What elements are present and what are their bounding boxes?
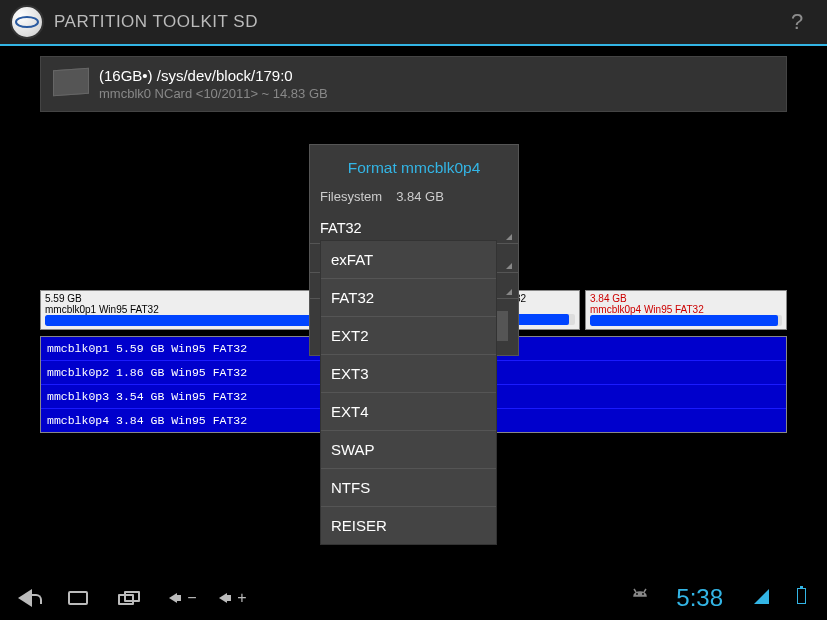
option-ext4[interactable]: EXT4 bbox=[321, 393, 496, 431]
sdcard-icon bbox=[53, 68, 89, 97]
option-ext3[interactable]: EXT3 bbox=[321, 355, 496, 393]
app-logo-icon bbox=[10, 5, 44, 39]
device-info: mmcblk0 NCard <10/2011> ~ 14.83 GB bbox=[99, 86, 328, 101]
dialog-title: Format mmcblk0p4 bbox=[310, 145, 518, 189]
clock[interactable]: 5:38 bbox=[676, 584, 723, 612]
android-icon bbox=[630, 588, 650, 609]
option-ntfs[interactable]: NTFS bbox=[321, 469, 496, 507]
option-reiser[interactable]: REISER bbox=[321, 507, 496, 544]
option-swap[interactable]: SWAP bbox=[321, 431, 496, 469]
back-button[interactable] bbox=[18, 589, 46, 607]
volume-up-button[interactable]: + bbox=[218, 589, 246, 607]
option-exfat[interactable]: exFAT bbox=[321, 241, 496, 279]
option-fat32[interactable]: FAT32 bbox=[321, 279, 496, 317]
home-button[interactable] bbox=[68, 591, 96, 605]
dialog-subrow: Filesystem 3.84 GB bbox=[310, 189, 518, 214]
device-texts: (16GB•) /sys/dev/block/179:0 mmcblk0 NCa… bbox=[99, 67, 328, 101]
partition-size: 3.84 GB bbox=[396, 189, 444, 204]
tile-label: mmcblk0p4 Win95 FAT32 bbox=[590, 304, 782, 315]
device-card[interactable]: (16GB•) /sys/dev/block/179:0 mmcblk0 NCa… bbox=[40, 56, 787, 112]
tile-size: 32 bbox=[515, 293, 575, 304]
option-ext2[interactable]: EXT2 bbox=[321, 317, 496, 355]
svg-point-1 bbox=[636, 593, 638, 595]
filesystem-dropdown: exFAT FAT32 EXT2 EXT3 EXT4 SWAP NTFS REI… bbox=[320, 240, 497, 545]
tile-mmcblk0p4[interactable]: 3.84 GB mmcblk0p4 Win95 FAT32 bbox=[585, 290, 787, 330]
svg-point-2 bbox=[642, 593, 644, 595]
tile-mid[interactable]: 32 bbox=[510, 290, 580, 330]
tile-bar bbox=[515, 314, 575, 325]
svg-point-0 bbox=[16, 17, 38, 27]
navigation-bar: − + 5:38 bbox=[0, 576, 827, 620]
recent-apps-button[interactable] bbox=[118, 591, 146, 605]
filesystem-label: Filesystem bbox=[320, 189, 382, 204]
tile-size: 3.84 GB bbox=[590, 293, 782, 304]
tile-bar bbox=[590, 315, 782, 326]
help-icon[interactable]: ? bbox=[777, 9, 817, 35]
app-title: PARTITION TOOLKIT SD bbox=[54, 12, 258, 32]
battery-icon bbox=[797, 588, 806, 608]
device-path: (16GB•) /sys/dev/block/179:0 bbox=[99, 67, 328, 84]
action-bar: PARTITION TOOLKIT SD ? bbox=[0, 0, 827, 46]
wifi-icon bbox=[754, 589, 769, 608]
volume-down-button[interactable]: − bbox=[168, 589, 196, 607]
